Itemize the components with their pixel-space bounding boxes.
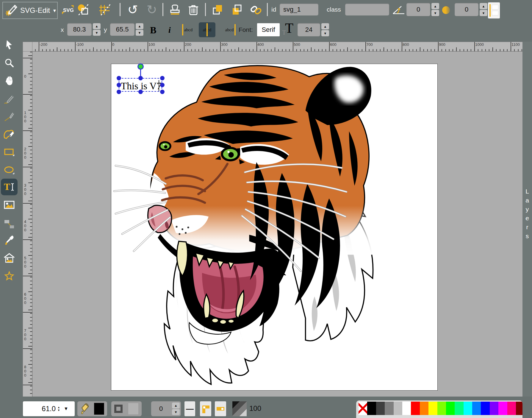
ruler-label: 500 — [24, 256, 26, 269]
palette-swatch[interactable] — [472, 402, 481, 415]
wireframe-mode-button[interactable] — [77, 3, 90, 16]
make-link-button[interactable] — [249, 3, 262, 16]
palette-swatch[interactable] — [446, 402, 455, 415]
spin-down-icon[interactable]: ▼ — [93, 30, 101, 36]
zoom-tool-button[interactable] — [2, 56, 16, 70]
linecap-button[interactable] — [215, 401, 226, 416]
palette-swatch[interactable] — [367, 402, 376, 415]
palette-swatch[interactable] — [481, 402, 489, 415]
spin-up-icon[interactable]: ▲ — [321, 23, 329, 29]
rotate-handle[interactable] — [137, 63, 144, 70]
eyedropper-tool-button[interactable] — [2, 233, 16, 248]
path-tool-button[interactable] — [2, 127, 16, 141]
palette-swatch[interactable] — [455, 402, 463, 415]
edit-source-button[interactable]: SVG — [61, 3, 74, 16]
rect-tool-button[interactable] — [2, 145, 16, 160]
spin-up-icon[interactable]: ▲ — [431, 3, 439, 9]
text-anchor-middle-button[interactable]: abcd — [199, 22, 215, 37]
blur-field[interactable]: 0 — [455, 3, 478, 16]
spin-down-icon[interactable]: ▼ — [136, 30, 143, 36]
clone-button[interactable] — [168, 3, 181, 16]
opacity-indicator[interactable] — [232, 401, 247, 416]
zoom-control[interactable]: 61.0 ▲▼ ▼ — [23, 401, 75, 416]
toolbar-separator — [120, 3, 121, 16]
palette-swatch[interactable] — [464, 402, 472, 415]
spin-down-icon[interactable]: ▼ — [480, 10, 487, 16]
font-size-spinner[interactable]: ▲▼ — [321, 23, 329, 36]
resize-handle-w[interactable] — [117, 83, 121, 87]
palette-swatch[interactable] — [420, 402, 428, 415]
text-anchor-start-button[interactable]: abcd — [181, 23, 195, 36]
resize-handle-s[interactable] — [138, 90, 143, 94]
palette-swatch[interactable] — [428, 402, 437, 415]
connector-tool-button[interactable] — [2, 217, 16, 231]
move-to-bottom-button[interactable] — [230, 3, 243, 16]
fill-color-swatch[interactable] — [94, 403, 104, 415]
angle-spinner[interactable]: ▲▼ — [431, 3, 439, 16]
palette-swatch[interactable] — [507, 402, 516, 415]
app-title: SVG-Edit — [20, 6, 50, 15]
palette-swatch[interactable] — [498, 402, 507, 415]
stroke-width-spinner[interactable]: ▲▼ — [172, 403, 180, 415]
grid-snap-button[interactable] — [98, 3, 111, 16]
bold-button[interactable]: B — [147, 24, 159, 36]
canvas-artwork-tiger[interactable] — [111, 64, 438, 391]
image-tool-button[interactable] — [2, 198, 16, 212]
spin-up-icon[interactable]: ▲ — [136, 23, 143, 29]
resize-handle-nw[interactable] — [117, 76, 121, 80]
resize-handle-se[interactable] — [160, 90, 165, 94]
linejoin-button[interactable] — [200, 401, 211, 416]
italic-button[interactable]: i — [164, 24, 175, 36]
redo-button[interactable]: ↻ — [145, 3, 158, 16]
resize-handle-e[interactable] — [160, 83, 165, 87]
x-spinner[interactable]: ▲▼ — [93, 23, 101, 36]
palette-swatch[interactable] — [437, 402, 446, 415]
text-tool-button[interactable]: T — [1, 179, 18, 195]
spin-down-icon[interactable]: ▼ — [431, 10, 439, 16]
palette-swatch[interactable] — [411, 402, 420, 415]
stroke-color-swatch[interactable] — [128, 403, 139, 415]
star-tool-button[interactable] — [2, 269, 16, 283]
text-x-field[interactable]: 80.3 — [67, 23, 92, 36]
delete-button[interactable] — [187, 3, 200, 16]
text-y-field[interactable]: 65.5 — [110, 23, 134, 36]
palette-swatch[interactable] — [490, 402, 498, 415]
element-id-field[interactable]: svg_1 — [280, 4, 318, 15]
palette-swatch[interactable] — [385, 402, 393, 415]
palette-swatch[interactable] — [402, 402, 411, 415]
palette-swatch[interactable] — [394, 402, 402, 415]
font-family-button[interactable]: Serif — [257, 23, 280, 36]
svg-canvas-page[interactable] — [111, 64, 438, 391]
resize-handle-n[interactable] — [138, 76, 143, 80]
y-spinner[interactable]: ▲▼ — [136, 23, 143, 36]
palette-swatch[interactable] — [376, 402, 385, 415]
resize-handle-ne[interactable] — [160, 76, 165, 80]
palette-swatch[interactable] — [516, 402, 522, 415]
zoom-spinner[interactable]: ▲▼ — [57, 406, 60, 412]
text-anchor-end-button[interactable]: abcd — [223, 23, 236, 36]
stroke-dash-button[interactable]: — — [184, 401, 195, 416]
spin-down-icon[interactable]: ▼ — [321, 30, 329, 36]
blur-spinner[interactable]: ▲▼ — [480, 3, 487, 16]
ellipse-tool-button[interactable] — [2, 163, 16, 178]
stroke-width-field[interactable]: 0 — [151, 401, 171, 416]
select-tool-button[interactable] — [2, 38, 16, 52]
palette-swatch-none[interactable] — [359, 402, 367, 415]
line-tool-button[interactable] — [2, 110, 16, 124]
spin-up-icon[interactable]: ▲ — [480, 3, 487, 9]
undo-button[interactable]: ↺ — [126, 3, 139, 16]
resize-handle-sw[interactable] — [117, 90, 121, 94]
layers-panel-toggle[interactable]: Layers — [522, 42, 532, 397]
pencil-tool-button[interactable] — [2, 92, 16, 107]
canvas-workspace[interactable]: -200-10001002003004005006007008009001000… — [23, 42, 522, 397]
main-menu-button[interactable]: SVG-Edit ▼ — [2, 2, 58, 19]
shape-library-button[interactable] — [2, 251, 16, 266]
align-panel-button[interactable] — [488, 2, 500, 18]
font-size-field[interactable]: 24 — [298, 23, 320, 36]
pan-tool-button[interactable] — [2, 74, 16, 88]
spin-up-icon[interactable]: ▲ — [93, 23, 101, 29]
move-to-top-button[interactable] — [211, 3, 224, 16]
rotation-angle-field[interactable]: 0 — [406, 3, 430, 16]
zoom-dropdown-icon[interactable]: ▼ — [64, 406, 68, 411]
element-class-field[interactable] — [345, 4, 389, 15]
